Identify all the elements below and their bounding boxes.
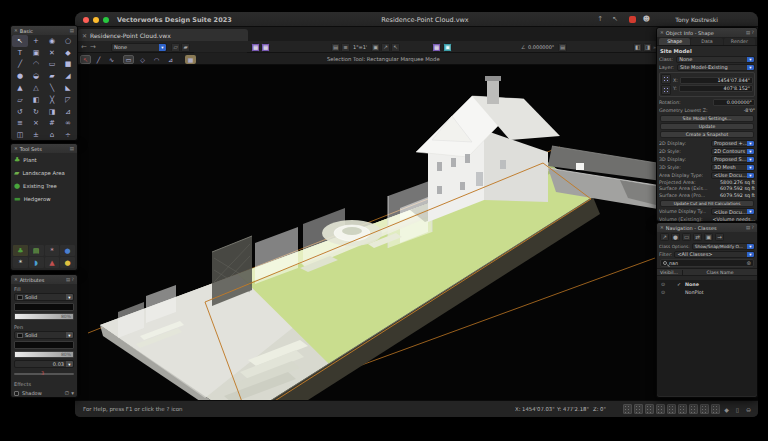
zoom-window-button[interactable] [103, 17, 109, 23]
clip-cube-icon[interactable]: ▣ [443, 43, 452, 52]
area-display-type-dropdown[interactable]: <Use Docu...▾ [711, 172, 755, 179]
navigation-header[interactable]: ✕ Navigation - Classes ▤ ? [657, 223, 757, 232]
basic-tool-icon[interactable]: ↖ [12, 35, 28, 47]
tool-icon[interactable]: ▤ [29, 245, 44, 256]
smart-edge-icon[interactable] [678, 404, 687, 414]
layer-scale-value[interactable]: 1"=1' [353, 43, 367, 52]
snap-minus-icon[interactable]: ⊖ [744, 404, 753, 414]
snap-to-grid-icon[interactable] [623, 404, 632, 414]
close-icon[interactable]: ✕ [660, 30, 664, 35]
snap-to-intersection-icon[interactable] [689, 404, 698, 414]
snap-to-angle-icon[interactable] [645, 404, 654, 414]
tab-render[interactable]: Render [724, 38, 755, 45]
tool-set-item-existing-tree[interactable]: ●Existing Tree [11, 179, 77, 192]
basic-tool-icon[interactable]: ◨ [44, 106, 60, 118]
basic-tool-icon[interactable]: ╱ [12, 59, 28, 71]
pan-icon[interactable]: ↖ [391, 43, 400, 52]
basic-tool-icon[interactable]: ↻ [28, 106, 44, 118]
navigation-tool-icon[interactable]: ▣ [704, 233, 713, 241]
tool-set-item-hedgerow[interactable]: ▬Hedgerow [11, 192, 77, 205]
rotation-field[interactable]: 0.000000° [713, 99, 755, 106]
3d-style-dropdown[interactable]: 3D Mesh▾ [711, 164, 755, 171]
saved-view-icon[interactable]: ▦ [432, 43, 441, 52]
lasso-mode-icon[interactable]: ◠ [151, 55, 162, 64]
render-mode-icon[interactable]: ▤ [558, 43, 567, 52]
grid-icon[interactable]: ▤ [331, 43, 340, 52]
update-button[interactable]: Update [660, 123, 754, 130]
basic-tool-icon[interactable]: ◉ [44, 35, 60, 47]
fill-style-dropdown[interactable]: Solid▾ [14, 293, 74, 301]
tool-icon[interactable]: ▲ [45, 257, 60, 268]
basic-tool-icon[interactable]: T [12, 47, 28, 59]
class-row-none[interactable]: ⊙✓None [657, 280, 757, 288]
basic-tool-icon[interactable]: ⌂ [44, 129, 60, 141]
basic-tool-icon[interactable]: △ [28, 82, 44, 94]
tool-icon[interactable]: ♣ [13, 245, 28, 256]
basic-tool-icon[interactable]: ≡ [12, 118, 28, 130]
basic-tool-icon[interactable]: ▣ [28, 47, 44, 59]
fill-color-swatch[interactable] [14, 303, 74, 311]
lighting-icon[interactable]: ◧ [633, 43, 642, 52]
site-model-settings-button[interactable]: Site Model Settings... [660, 115, 754, 122]
fit-view-icon[interactable]: ↗ [381, 43, 390, 52]
2d-display-dropdown[interactable]: Proposed +...▾ [711, 140, 755, 147]
document-tab[interactable]: ✕ Residence-Point Cloud.vwx [78, 29, 248, 41]
basic-tool-icon[interactable]: ▰ [44, 70, 60, 82]
navigation-tool-icon[interactable]: ▭ [682, 233, 691, 241]
close-icon[interactable]: ✕ [660, 225, 664, 230]
basic-tool-icon[interactable]: × [28, 118, 44, 130]
tool-icon[interactable]: ◗ [29, 257, 44, 268]
basic-tool-icon[interactable]: # [44, 118, 60, 130]
snap-bar-icon[interactable]: ▯ [733, 404, 742, 414]
back-arrow-icon[interactable]: ← [81, 43, 87, 52]
basic-tool-icon[interactable]: ± [28, 129, 44, 141]
tab-shape[interactable]: Shape [659, 38, 690, 45]
class-name-column-header[interactable]: Class Name [683, 270, 757, 275]
wand-tool-icon[interactable]: ∿ [106, 55, 117, 64]
snap-to-object-icon[interactable] [634, 404, 643, 414]
polygon-mode-icon[interactable]: ⊿ [165, 55, 176, 64]
selection-tool-icon[interactable]: ↖ [80, 55, 91, 64]
visibility-eye-icon[interactable]: ⊙ [657, 289, 669, 295]
line-style-slider[interactable]: 3 [14, 370, 74, 377]
close-window-button[interactable] [83, 17, 89, 23]
2d-style-dropdown[interactable]: 2D Contours▾ [711, 148, 755, 155]
basic-tool-icon[interactable]: ▱ [12, 94, 28, 106]
x-coordinate-field[interactable]: 1454'07.844" [680, 77, 753, 84]
tab-close-icon[interactable]: ✕ [82, 32, 87, 39]
interactive-scaling-icon[interactable]: ▦ [185, 55, 196, 64]
basic-tool-icon[interactable]: ✕ [44, 47, 60, 59]
class-filter-dropdown[interactable]: <All Classes>▾ [674, 251, 755, 258]
search-options-icon[interactable]: ⊛ [746, 260, 751, 266]
basic-tool-icon[interactable]: + [28, 35, 44, 47]
share-icon[interactable]: ↑ [597, 15, 603, 23]
volume-display-dropdown[interactable]: <Use Docu...▾ [711, 208, 755, 215]
palette-menu-icon[interactable]: ▤ [70, 146, 74, 151]
tab-data[interactable]: Data [691, 38, 722, 45]
minimize-window-button[interactable] [93, 17, 99, 23]
basic-tool-icon[interactable]: ◢ [60, 70, 76, 82]
close-icon[interactable]: ✕ [14, 28, 18, 33]
close-icon[interactable]: ✕ [14, 277, 18, 282]
pointer-icon[interactable]: ↖ [612, 15, 618, 23]
create-snapshot-button[interactable]: Create a Snapshot [660, 131, 754, 138]
basic-tool-icon[interactable]: ⊿ [60, 106, 76, 118]
class-options-dropdown[interactable]: Show/Snap/Modify O...▾ [692, 243, 755, 250]
user-menu[interactable]: Tony Kostreski [675, 16, 718, 23]
basic-tool-icon[interactable]: ■ [60, 59, 76, 71]
basic-tool-icon[interactable]: ○ [60, 35, 76, 47]
snap-to-distance-icon[interactable] [667, 404, 676, 414]
rectangular-marquee-mode-icon[interactable]: ▭ [123, 55, 134, 64]
layer-visibility-icon[interactable]: ▰ [181, 43, 190, 52]
tool-icon[interactable]: ● [60, 257, 75, 268]
navigation-tool-icon[interactable]: → [715, 233, 724, 241]
basic-tool-icon[interactable]: ∞ [60, 118, 76, 130]
tool-icon[interactable]: ● [60, 245, 75, 256]
tool-sets-header[interactable]: ✕ Tool Sets ▤ [11, 144, 77, 153]
fill-opacity-slider[interactable]: 80% [14, 313, 74, 320]
basic-tool-icon[interactable]: ÷ [60, 129, 76, 141]
view-angle-value[interactable]: 0.000000° [528, 43, 554, 52]
3d-display-dropdown[interactable]: Proposed S...▾ [711, 156, 755, 163]
basic-palette-header[interactable]: ✕ Basic ▤ [11, 26, 77, 35]
palette-menu-icon[interactable]: ▤ ? [746, 30, 754, 35]
